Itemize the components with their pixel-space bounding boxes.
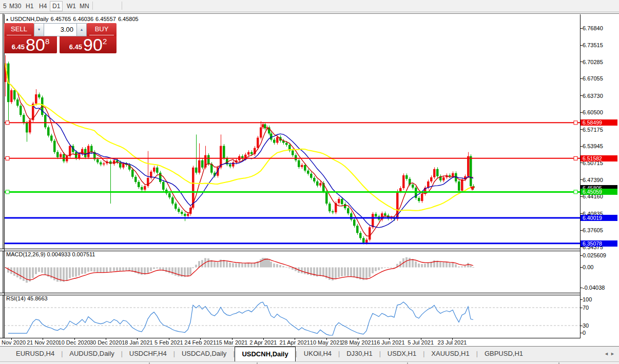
line-handle-left[interactable] [6, 190, 9, 194]
tab-eurusd-h4[interactable]: EURUSD,H4 [9, 347, 61, 361]
price-axis-tick-label: 6.37605 [583, 227, 603, 233]
macd-histogram-bar [63, 268, 65, 282]
candle-body [328, 204, 331, 211]
lots-input[interactable]: 3.00 [44, 23, 76, 36]
period-button-h4[interactable]: H4 [37, 2, 49, 11]
macd-histogram-bar [375, 268, 377, 271]
period-button-h1[interactable]: H1 [24, 2, 35, 11]
macd-histogram-bar [390, 268, 392, 268]
tab-usdcnh-daily[interactable]: USDCNH,Daily [235, 347, 295, 361]
candle-body [153, 168, 156, 172]
candle-body [292, 151, 294, 155]
tab-usdchf-h4[interactable]: USDCHF,H4 [123, 347, 173, 361]
macd-histogram-bar [359, 268, 361, 279]
candle-body [399, 188, 402, 191]
macd-histogram-bar [41, 268, 43, 273]
candle-body [247, 152, 250, 155]
price-axis-column[interactable]: 6.768406.735156.702856.670556.637306.605… [581, 14, 619, 347]
price-level-tag: 6.58499 [581, 119, 617, 126]
candle-body [452, 173, 454, 176]
rsi-panel-canvas[interactable] [4, 294, 581, 337]
candle-body [53, 140, 56, 152]
macd-histogram-bar [223, 260, 225, 267]
macd-histogram-bar [35, 268, 37, 274]
timeframe-toolbar: 5M30H1H4D1W1MN [0, 0, 619, 12]
panel-splitter[interactable] [0, 293, 619, 295]
tab-usdcad-daily[interactable]: USDCAD,Daily [175, 347, 233, 361]
candle-body [301, 165, 303, 167]
macd-histogram-bar [446, 262, 448, 268]
tab-usdx-h1[interactable]: USDX,H1 [381, 347, 423, 361]
date-label: 30 Dec 2020 [90, 339, 122, 346]
line-handle-left[interactable] [6, 156, 9, 160]
price-axis-tick-label: 6.53945 [583, 143, 603, 149]
macd-histogram-bar [254, 263, 256, 268]
macd-histogram-bar [452, 263, 454, 268]
tab-audusd-daily[interactable]: AUDUSD,Daily [63, 347, 121, 361]
macd-histogram-bar [106, 268, 108, 272]
candle-body [319, 183, 322, 186]
candle-body [100, 163, 102, 165]
date-label: 24 Feb 2021 [184, 339, 216, 346]
candle-body [276, 137, 279, 143]
macd-histogram-bar [195, 265, 197, 267]
period-button-d1[interactable]: D1 [50, 1, 63, 11]
candle-body [304, 165, 306, 171]
line-handle-right[interactable] [574, 156, 577, 160]
macd-histogram-bar [56, 268, 59, 282]
sell-quote[interactable]: 6.45 80 8 [4, 36, 57, 53]
macd-histogram-bar [424, 264, 426, 267]
candle-body [13, 90, 16, 99]
macd-histogram-bar [26, 268, 28, 283]
date-label: 21 Apr 2021 [280, 339, 310, 346]
line-handle-right[interactable] [574, 190, 577, 194]
candle-body [412, 185, 414, 188]
macd-histogram-bar [427, 262, 429, 267]
period-button-mn[interactable]: MN [78, 2, 91, 11]
macd-histogram-bar [301, 268, 303, 274]
candle-body [10, 90, 13, 102]
candle-body [470, 156, 472, 186]
tab-xauusd-h1[interactable]: XAUUSD,H1 [424, 347, 476, 361]
buy-price-big: 90 [83, 37, 103, 52]
macd-histogram-bar [66, 268, 68, 281]
macd-histogram-bar [23, 268, 25, 281]
tab-dj30-h1[interactable]: DJ30,H1 [340, 347, 379, 361]
buy-quote[interactable]: 6.45 90 2 [60, 36, 117, 53]
macd-histogram-bar [103, 268, 105, 273]
candle-body [347, 208, 350, 213]
candle-body [273, 139, 276, 143]
candle-body [264, 124, 266, 128]
macd-histogram-bar [150, 268, 152, 271]
candle-body [430, 177, 433, 181]
macd-histogram-bar [247, 263, 249, 268]
tab-ukoil-h4[interactable]: UKOil,H4 [297, 347, 338, 361]
candle-body [332, 211, 334, 212]
macd-histogram-bar [201, 260, 203, 267]
tab-gbpusd-h1[interactable]: GBPUSD,H1 [478, 347, 530, 361]
macd-histogram-bar [285, 267, 287, 268]
candle-body [316, 181, 319, 186]
chart-tab-bar: EURUSD,H4|AUDUSD,Daily|USDCHF,H4|USDCAD,… [0, 347, 619, 361]
macd-histogram-bar [235, 264, 237, 268]
tab-scroll-right-icon[interactable]: ► [610, 351, 615, 356]
macd-histogram-bar [96, 268, 99, 273]
candle-body [63, 154, 65, 161]
sell-price-pip: 8 [45, 37, 49, 46]
candle-body [285, 143, 288, 145]
tab-scroll-left-icon[interactable]: ◄ [604, 351, 609, 356]
line-handle-left[interactable] [6, 121, 9, 125]
macd-histogram-bar [84, 268, 86, 274]
chart-window: ▴USDCNH,Daily6.457656.460366.455576.4580… [0, 13, 619, 364]
date-label: 23 Jul 2021 [438, 339, 467, 346]
macd-axis-tick-label: -0.04038 [583, 285, 605, 291]
toolbar-separator [122, 2, 122, 10]
toolbar-separator [92, 2, 93, 10]
candle-body [50, 135, 53, 140]
line-handle-right[interactable] [574, 121, 577, 125]
macd-histogram-bar [356, 268, 358, 279]
candle-body [141, 187, 143, 190]
period-button-w1[interactable]: W1 [65, 2, 78, 11]
period-button-m30[interactable]: M30 [7, 2, 23, 11]
price-level-tag: 6.51582 [581, 155, 617, 161]
